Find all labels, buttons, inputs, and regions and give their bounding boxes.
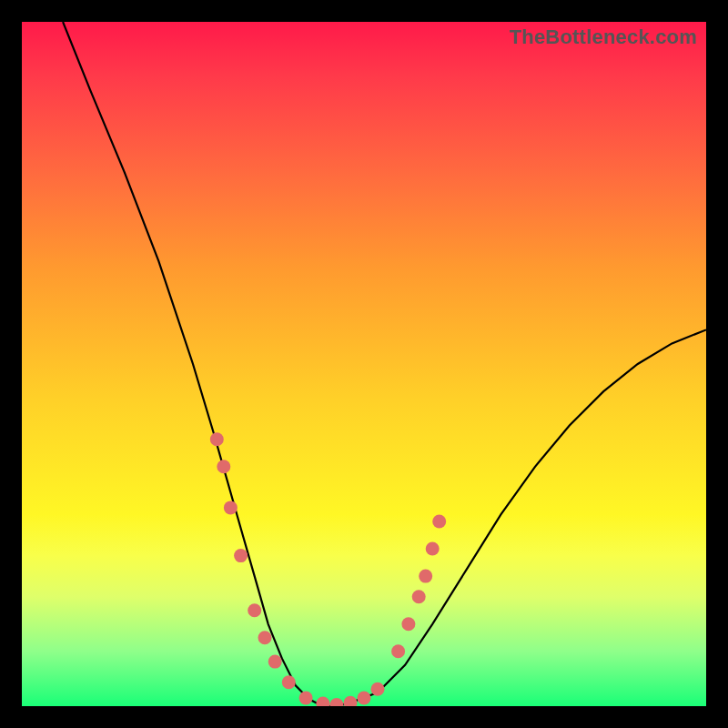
curve-marker	[248, 603, 261, 617]
curve-marker	[258, 631, 272, 644]
curve-marker	[329, 698, 343, 706]
curve-marker	[234, 549, 248, 562]
curve-marker	[299, 692, 313, 705]
curve-marker	[316, 697, 329, 707]
curve-marker	[371, 682, 385, 696]
bottleneck-curve	[63, 22, 706, 706]
curve-marker	[419, 570, 432, 583]
curve-markers	[210, 432, 446, 706]
plot-area: TheBottleneck.com	[22, 22, 706, 706]
curve-marker	[217, 460, 230, 473]
curve-marker	[391, 644, 405, 658]
curve-marker	[412, 590, 426, 603]
curve-marker	[401, 617, 415, 631]
curve-marker	[268, 655, 282, 669]
chart-svg	[22, 22, 706, 706]
curve-marker	[224, 500, 238, 514]
curve-marker	[358, 692, 371, 705]
curve-marker	[426, 542, 440, 556]
curve-marker	[432, 515, 446, 529]
curve-marker	[344, 696, 358, 706]
curve-marker	[282, 675, 296, 689]
curve-marker	[210, 432, 224, 446]
